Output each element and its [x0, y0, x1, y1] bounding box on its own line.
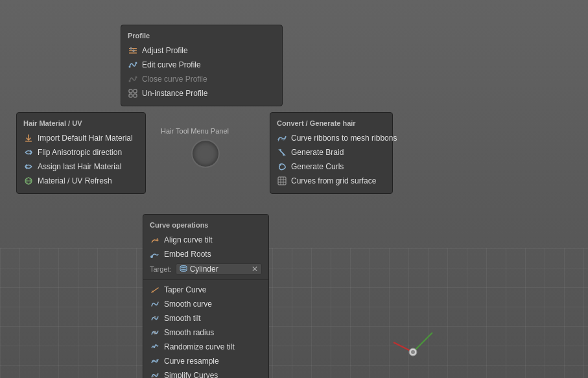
3d-viewport: [296, 26, 588, 378]
align-tilt-icon: [150, 235, 160, 245]
curves-grid-item[interactable]: Curves from grid surface: [270, 174, 392, 188]
embed-roots-icon: [150, 249, 160, 259]
simplify-curves-item[interactable]: Simplify Curves: [143, 368, 268, 378]
convert-panel: Convert / Generate hair Curve ribbons to…: [270, 112, 393, 194]
adjust-icon: [128, 45, 138, 56]
edit-curve-icon: [128, 60, 138, 70]
target-value[interactable]: Cylinder ✕: [176, 263, 262, 275]
curls-icon: [277, 161, 287, 172]
assign-icon: [23, 161, 34, 172]
profile-panel-title: Profile: [121, 30, 282, 43]
svg-point-7: [129, 80, 131, 82]
simplify-icon: [150, 370, 160, 378]
generate-braid-label: Generate Braid: [291, 148, 344, 157]
align-curve-tilt-label: Align curve tilt: [164, 235, 213, 244]
svg-point-31: [152, 361, 154, 362]
smooth-curve-label: Smooth curve: [164, 300, 212, 309]
profile-panel: Profile Adjust Profile Edit curve Profil…: [121, 25, 283, 106]
generate-curls-item[interactable]: Generate Curls: [270, 159, 392, 174]
import-icon: [23, 133, 34, 143]
curves-grid-label: Curves from grid surface: [291, 176, 376, 185]
simplify-curves-label: Simplify Curves: [164, 371, 218, 378]
hair-material-title: Hair Material / UV: [17, 118, 145, 131]
smooth-radius-icon: [150, 327, 160, 338]
randomize-icon: [150, 342, 160, 352]
un-instance-profile-item[interactable]: Un-instance Profile: [121, 86, 282, 100]
svg-rect-12: [134, 94, 137, 97]
material-uv-refresh-label: Material / UV Refresh: [38, 176, 112, 185]
adjust-profile-item[interactable]: Adjust Profile: [121, 43, 282, 58]
flip-anisotropic-label: Flip Anisotropic direction: [38, 148, 122, 157]
braid-icon: [277, 147, 287, 158]
target-clear-button[interactable]: ✕: [252, 265, 258, 274]
hair-tool-circle[interactable]: [191, 139, 220, 168]
cylinder-icon: [180, 265, 187, 274]
close-curve-icon: [128, 74, 138, 84]
taper-icon: [150, 285, 160, 295]
grid-curve-icon: [277, 176, 287, 186]
svg-point-32: [154, 360, 156, 362]
svg-rect-11: [129, 94, 132, 97]
curve-ops-title: Curve operations: [143, 220, 268, 233]
hair-material-panel: Hair Material / UV Import Default Hair M…: [16, 112, 146, 194]
uninstance-icon: [128, 88, 138, 99]
svg-point-6: [135, 62, 137, 64]
un-instance-profile-label: Un-instance Profile: [142, 89, 207, 98]
svg-point-38: [411, 350, 415, 354]
svg-point-22: [150, 255, 153, 258]
svg-point-8: [135, 77, 137, 78]
embed-roots-item[interactable]: Embed Roots: [143, 247, 268, 261]
convert-panel-title: Convert / Generate hair: [270, 118, 392, 131]
svg-rect-9: [129, 89, 132, 93]
svg-rect-13: [25, 141, 32, 142]
curve-operations-panel: Curve operations Align curve tilt Embed …: [143, 214, 269, 378]
svg-rect-10: [134, 89, 137, 93]
import-default-item[interactable]: Import Default Hair Material: [17, 131, 145, 145]
smooth-radius-label: Smooth radius: [164, 328, 214, 337]
edit-curve-profile-item[interactable]: Edit curve Profile: [121, 58, 282, 72]
target-cylinder-label: Cylinder: [190, 265, 218, 274]
hair-tool-label: Hair Tool Menu Panel: [161, 127, 229, 135]
target-row: Target: Cylinder ✕: [143, 261, 268, 277]
curve-resample-item[interactable]: Curve resample: [143, 354, 268, 368]
assign-last-label: Assign last Hair Material: [38, 162, 121, 171]
taper-curve-label: Taper Curve: [164, 285, 206, 294]
smooth-tilt-item[interactable]: Smooth tilt: [143, 311, 268, 325]
svg-point-5: [129, 66, 131, 68]
flip-icon: [23, 147, 34, 158]
svg-rect-2: [129, 53, 137, 54]
close-curve-profile-label: Close curve Profile: [142, 75, 207, 84]
randomize-curve-tilt-item[interactable]: Randomize curve tilt: [143, 340, 268, 354]
svg-point-3: [130, 47, 132, 49]
smooth-tilt-label: Smooth tilt: [164, 314, 201, 323]
smooth-curve-icon: [150, 299, 160, 309]
align-curve-tilt-item[interactable]: Align curve tilt: [143, 233, 268, 247]
randomize-curve-tilt-label: Randomize curve tilt: [164, 342, 235, 351]
divider-1: [143, 279, 268, 280]
generate-braid-item[interactable]: Generate Braid: [270, 145, 392, 159]
axis-indicator: [387, 313, 439, 365]
edit-curve-profile-label: Edit curve Profile: [142, 60, 201, 69]
globe-icon: [23, 176, 34, 186]
svg-point-33: [156, 360, 158, 361]
svg-point-4: [133, 50, 135, 52]
taper-curve-item[interactable]: Taper Curve: [143, 283, 268, 297]
import-default-label: Import Default Hair Material: [38, 134, 133, 143]
svg-rect-17: [278, 177, 286, 185]
curve-resample-label: Curve resample: [164, 357, 219, 366]
curve-ribbon-icon: [277, 133, 287, 143]
smooth-radius-item[interactable]: Smooth radius: [143, 325, 268, 340]
adjust-profile-label: Adjust Profile: [142, 46, 188, 55]
generate-curls-label: Generate Curls: [291, 162, 344, 171]
smooth-tilt-icon: [150, 313, 160, 324]
smooth-curve-item[interactable]: Smooth curve: [143, 297, 268, 311]
flip-anisotropic-item[interactable]: Flip Anisotropic direction: [17, 145, 145, 159]
embed-roots-label: Embed Roots: [164, 250, 211, 259]
assign-last-item[interactable]: Assign last Hair Material: [17, 159, 145, 174]
curve-ribbons-item[interactable]: Curve ribbons to mesh ribbons: [270, 131, 392, 145]
resample-icon: [150, 356, 160, 366]
target-label: Target:: [150, 265, 172, 273]
close-curve-profile-item[interactable]: Close curve Profile: [121, 72, 282, 86]
material-uv-refresh-item[interactable]: Material / UV Refresh: [17, 174, 145, 188]
curve-ribbons-label: Curve ribbons to mesh ribbons: [291, 134, 397, 143]
